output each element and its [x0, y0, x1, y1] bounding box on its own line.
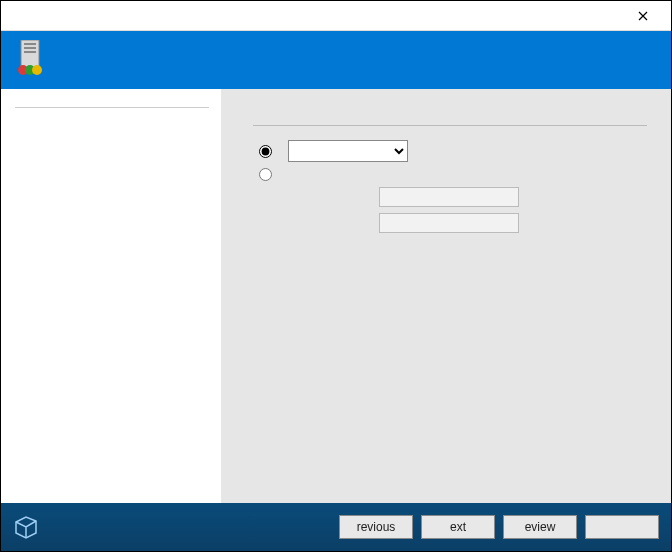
- product-label: [13, 514, 331, 540]
- review-button[interactable]: eview: [503, 515, 577, 539]
- titlebar: [1, 1, 671, 31]
- system-account-row: [259, 140, 647, 162]
- azure-devops-icon: [13, 514, 39, 540]
- account-name-row: [279, 187, 647, 207]
- previous-button[interactable]: revious: [339, 515, 413, 539]
- svg-rect-2: [24, 47, 36, 49]
- cancel-button[interactable]: [585, 515, 659, 539]
- user-account-row: [259, 168, 647, 181]
- sidebar-divider: [15, 107, 209, 108]
- password-input: [379, 213, 519, 233]
- footer: revious ext eview: [1, 503, 671, 551]
- server-icon: [15, 40, 45, 81]
- sidebar: [1, 89, 221, 503]
- content-pane: [221, 89, 671, 503]
- svg-rect-1: [24, 43, 36, 45]
- system-account-select[interactable]: [288, 140, 408, 162]
- close-icon: [638, 11, 648, 21]
- body: [1, 89, 671, 503]
- account-name-input: [379, 187, 519, 207]
- group-line: [253, 125, 647, 126]
- svg-point-6: [32, 65, 42, 75]
- close-button[interactable]: [623, 2, 663, 30]
- password-row: [279, 213, 647, 233]
- next-button[interactable]: ext: [421, 515, 495, 539]
- banner: [1, 31, 671, 89]
- group-label-row: [245, 125, 647, 126]
- window: revious ext eview: [0, 0, 672, 552]
- svg-rect-3: [24, 51, 36, 53]
- use-user-account-radio[interactable]: [259, 168, 272, 181]
- use-system-account-radio[interactable]: [259, 145, 272, 158]
